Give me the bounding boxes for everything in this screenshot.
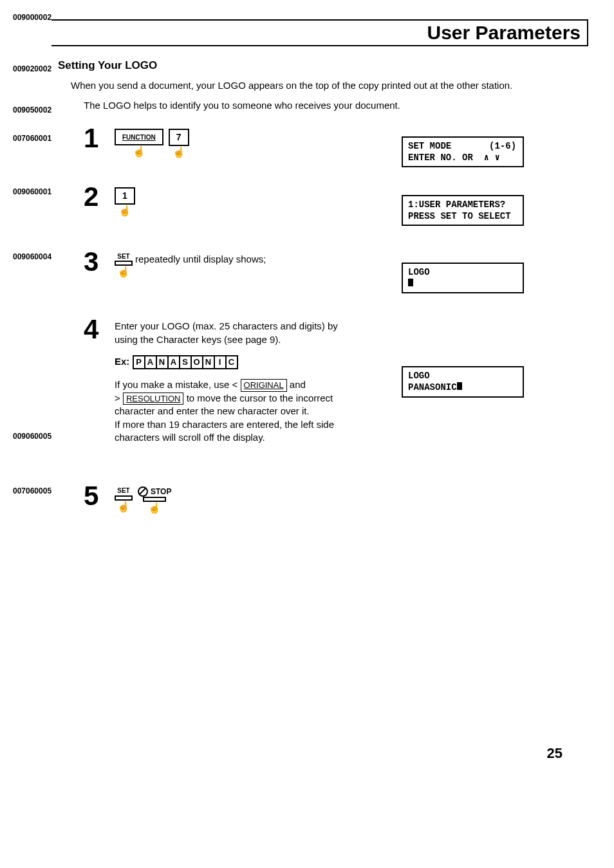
step4-text2c: > (115, 392, 123, 403)
title-bar: User Parameters (51, 19, 588, 46)
char-key: N (202, 355, 215, 369)
step-number-1: 1 (84, 125, 115, 152)
key-1: 1 ☝ (115, 187, 135, 216)
char-key: N (156, 355, 169, 369)
intro-line-2: The LOGO helps to identify you to someon… (84, 98, 588, 112)
step4-text1: Enter your LOGO (max. 25 characters and … (115, 320, 359, 346)
stop-key: STOP ☝ (138, 486, 171, 513)
key-7-label: 7 (169, 129, 189, 146)
cursor-icon (408, 279, 413, 286)
code-intro2: 009050002 (13, 106, 51, 115)
code-step2: 009060001 (13, 187, 51, 196)
pointer-icon: ☝ (117, 502, 130, 512)
char-key: I (214, 355, 227, 369)
step4-text2b: and (290, 379, 306, 390)
char-key: C (225, 355, 238, 369)
step-number-2: 2 (84, 183, 115, 210)
step-number-3: 3 (84, 248, 115, 275)
code-step5: 007060005 (13, 486, 51, 495)
display-step1: SET MODE (1-6) ENTER NO. OR ∧ ∨ (402, 136, 524, 167)
pointer-icon: ☝ (148, 503, 161, 513)
example-label: Ex: (115, 356, 129, 367)
code-step3: 009060004 (13, 252, 51, 261)
display-step3: LOGO (402, 263, 524, 293)
char-key: A (144, 355, 157, 369)
pointer-icon: ☝ (133, 147, 145, 157)
code-section: 009020002 (13, 64, 51, 73)
cursor-icon (457, 382, 462, 390)
key-7: 7 ☝ (169, 129, 189, 158)
char-key: P (133, 355, 145, 369)
original-key-label: ORIGINAL (241, 379, 287, 392)
pointer-icon: ☝ (172, 147, 185, 158)
page-title: User Parameters (51, 21, 584, 45)
display-step4: LOGO PANASONIC (402, 366, 524, 397)
example-char-row: PANASONIC (133, 356, 237, 367)
function-key-label: FUNCTION (122, 134, 156, 141)
page-number: 25 (13, 745, 563, 762)
step-number-4: 4 (84, 316, 115, 343)
step-number-5: 5 (84, 483, 115, 510)
set-key: SET ☝ (115, 252, 133, 278)
char-key: A (167, 355, 180, 369)
pointer-icon: ☝ (117, 267, 130, 277)
char-key: S (179, 355, 192, 369)
pointer-icon: ☝ (118, 206, 131, 216)
code-step4b: 009060005 (13, 432, 51, 441)
step4-text2a: If you make a mistake, use < (115, 379, 241, 390)
set-key-label: SET (117, 252, 129, 261)
stop-key-label: STOP (151, 486, 171, 497)
step4-text3: If more than 19 characters are entered, … (115, 418, 359, 445)
intro-line-1: When you send a document, your LOGO appe… (71, 78, 588, 92)
function-key: FUNCTION ☝ (115, 129, 163, 157)
resolution-key-label: RESOLUTION (123, 392, 184, 405)
set-key-label: SET (117, 486, 129, 495)
stop-icon (138, 486, 148, 497)
step3-text: repeatedly until display shows; (135, 253, 266, 277)
key-1-label: 1 (115, 187, 135, 205)
section-heading: Setting Your LOGO (58, 59, 588, 72)
set-key: SET ☝ (115, 486, 133, 512)
char-key: O (191, 355, 203, 369)
display-step2: 1:USER PARAMETERS? PRESS SET TO SELECT (402, 195, 524, 226)
code-step1: 007060001 (13, 134, 51, 143)
